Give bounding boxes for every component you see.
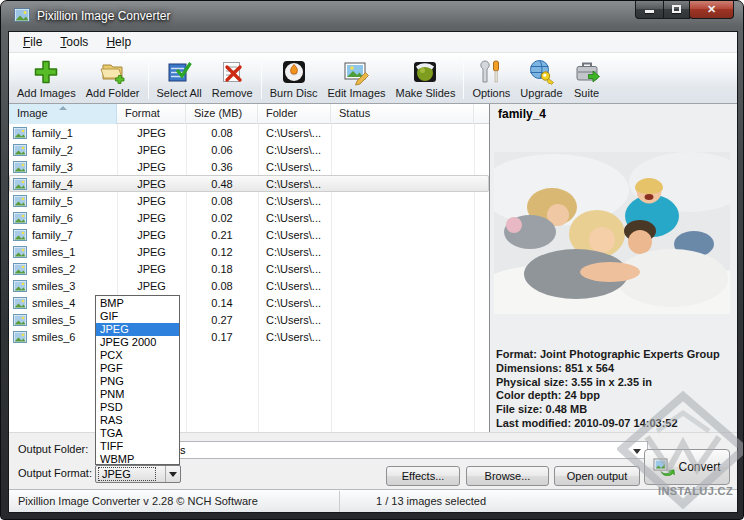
column-header-size[interactable]: Size (MB) <box>186 104 258 124</box>
format-option[interactable]: GIF <box>96 310 179 323</box>
menu-item-label: Tools <box>60 35 88 49</box>
toolbar-burn-disc[interactable]: Burn Disc <box>265 57 323 100</box>
toolbar-separator <box>148 57 149 99</box>
info-line: Format: Joint Photographic Experts Group <box>496 348 720 362</box>
effects-button[interactable]: Effects... <box>386 466 460 486</box>
column-header-format[interactable]: Format <box>117 104 186 124</box>
menu-item[interactable]: File <box>14 33 51 51</box>
table-row[interactable]: family_1 JPEG 0.08 C:\Users\... <box>9 124 489 141</box>
table-row[interactable]: family_3 JPEG 0.36 C:\Users\... <box>9 158 489 175</box>
output-format-value: JPEG <box>99 468 155 480</box>
image-thumbnail-icon <box>13 331 27 343</box>
toolbar: Add Images Add Folder Select All Remove … <box>9 53 737 104</box>
format-option[interactable]: PCX <box>96 349 179 362</box>
column-header-folder[interactable]: Folder <box>258 104 331 124</box>
format-option[interactable]: RAS <box>96 414 179 427</box>
format-option[interactable]: TIFF <box>96 440 179 453</box>
preview-photo <box>494 152 730 314</box>
image-info: Format: Joint Photographic Experts Group… <box>496 348 720 431</box>
chevron-down-icon <box>169 472 177 477</box>
size-cell: 0.21 <box>186 229 258 241</box>
size-cell: 0.27 <box>186 314 258 326</box>
format-cell: JPEG <box>117 280 186 292</box>
options-icon <box>477 58 505 86</box>
column-header-status[interactable]: Status <box>331 104 474 124</box>
format-option[interactable]: PGF <box>96 362 179 375</box>
table-row[interactable]: family_4 JPEG 0.48 C:\Users\... <box>9 175 489 192</box>
maximize-button[interactable] <box>663 1 690 19</box>
app-icon <box>14 8 30 22</box>
column-label: Folder <box>266 107 297 119</box>
format-option[interactable]: PNG <box>96 375 179 388</box>
image-name: smiles_3 <box>32 280 75 292</box>
folder-cell: C:\Users\... <box>258 297 331 309</box>
select-all-icon <box>165 58 193 86</box>
image-name: family_7 <box>32 229 73 241</box>
output-format-dropdown-list: BMPGIFJPEGJPEG 2000PCXPGFPNGPNMPSDRASTGA… <box>95 295 180 465</box>
image-thumbnail-icon <box>13 297 27 309</box>
table-row[interactable]: smiles_6 JPEG 0.17 C:\Users\... <box>9 328 489 345</box>
window-content: FileToolsHelp Add Images Add Folder Sele… <box>8 31 738 513</box>
format-cell: JPEG <box>117 178 186 190</box>
toolbar-make-slides[interactable]: Make Slides <box>391 57 461 100</box>
combo-dropdown-button[interactable] <box>165 466 180 482</box>
format-cell: JPEG <box>117 263 186 275</box>
size-cell: 0.18 <box>186 263 258 275</box>
browse-button[interactable]: Browse... <box>466 466 549 486</box>
format-cell: JPEG <box>117 127 186 139</box>
table-row[interactable]: family_5 JPEG 0.08 C:\Users\... <box>9 192 489 209</box>
toolbar-label: Add Images <box>17 87 76 99</box>
table-row[interactable]: smiles_2 JPEG 0.18 C:\Users\... <box>9 260 489 277</box>
toolbar-select-all[interactable]: Select All <box>152 57 207 100</box>
format-option[interactable]: PSD <box>96 401 179 414</box>
size-cell: 0.48 <box>186 178 258 190</box>
image-thumbnail-icon <box>13 144 27 156</box>
menu-item[interactable]: Tools <box>51 33 97 51</box>
format-option[interactable]: PNM <box>96 388 179 401</box>
convert-icon <box>653 458 675 476</box>
image-list: Image Format Size (MB) Folder Status fam… <box>9 104 489 432</box>
table-row[interactable]: smiles_4 JPEG 0.14 C:\Users\... <box>9 294 489 311</box>
chevron-down-icon[interactable] <box>633 449 641 454</box>
title-bar[interactable]: Pixillion Image Converter ✕ <box>1 1 743 31</box>
table-row[interactable]: smiles_5 JPEG 0.27 C:\Users\... <box>9 311 489 328</box>
close-button[interactable]: ✕ <box>689 1 734 19</box>
table-row[interactable]: family_6 JPEG 0.02 C:\Users\... <box>9 209 489 226</box>
size-cell: 0.08 <box>186 127 258 139</box>
menu-item-label: Help <box>106 35 131 49</box>
toolbar-options[interactable]: Options <box>467 57 515 100</box>
table-row[interactable]: smiles_1 JPEG 0.12 C:\Users\... <box>9 243 489 260</box>
table-row[interactable]: smiles_3 JPEG 0.08 C:\Users\... <box>9 277 489 294</box>
toolbar-remove[interactable]: Remove <box>207 57 258 100</box>
toolbar-add-images[interactable]: Add Images <box>12 57 81 100</box>
toolbar-add-folder[interactable]: Add Folder <box>81 57 145 100</box>
close-icon: ✕ <box>707 3 716 15</box>
info-line: Physical size: 3.55 in x 2.35 in <box>496 376 720 390</box>
menu-item[interactable]: Help <box>97 33 140 51</box>
toolbar-edit-images[interactable]: Edit Images <box>322 57 390 100</box>
toolbar-upgrade[interactable]: Upgrade <box>515 57 567 100</box>
convert-button[interactable]: Convert <box>644 449 730 485</box>
format-option[interactable]: JPEG <box>96 323 179 336</box>
format-option[interactable]: WBMP <box>96 453 179 466</box>
toolbar-separator <box>463 57 464 99</box>
format-cell: JPEG <box>117 229 186 241</box>
table-row[interactable]: family_2 JPEG 0.06 C:\Users\... <box>9 141 489 158</box>
image-name: smiles_4 <box>32 297 75 309</box>
format-cell: JPEG <box>117 144 186 156</box>
size-cell: 0.36 <box>186 161 258 173</box>
format-option[interactable]: BMP <box>96 297 179 310</box>
output-format-combo[interactable]: JPEG <box>95 465 181 483</box>
toolbar-suite[interactable]: Suite <box>568 57 606 100</box>
minimize-button[interactable] <box>635 1 664 19</box>
size-cell: 0.06 <box>186 144 258 156</box>
format-option[interactable]: JPEG 2000 <box>96 336 179 349</box>
folder-cell: C:\Users\... <box>258 331 331 343</box>
image-name: family_5 <box>32 195 73 207</box>
open-output-button[interactable]: Open output <box>554 466 640 486</box>
table-row[interactable]: family_7 JPEG 0.21 C:\Users\... <box>9 226 489 243</box>
size-cell: 0.17 <box>186 331 258 343</box>
column-header-image[interactable]: Image <box>9 104 117 124</box>
format-option[interactable]: TGA <box>96 427 179 440</box>
app-window: Pixillion Image Converter ✕ FileToolsHel… <box>0 0 744 520</box>
